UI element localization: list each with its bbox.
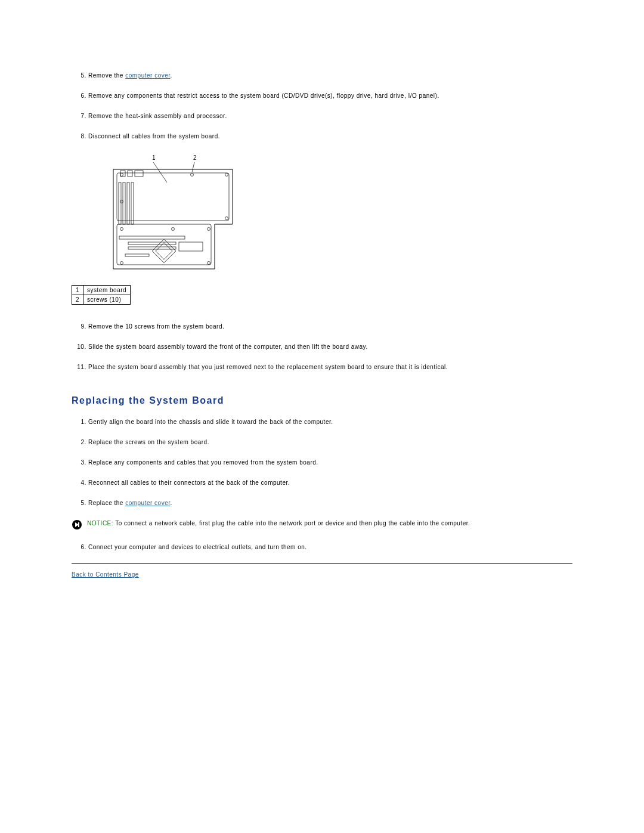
back-to-contents-link[interactable]: Back to Contents Page bbox=[72, 571, 139, 578]
section-heading: Replacing the System Board bbox=[72, 395, 572, 406]
step-text: . bbox=[171, 72, 172, 79]
section-divider bbox=[72, 563, 572, 564]
diagram-label-1: 1 bbox=[152, 154, 156, 161]
svg-line-0 bbox=[153, 162, 167, 182]
legend-num: 1 bbox=[72, 286, 83, 295]
legend-label: screws (10) bbox=[83, 295, 131, 305]
step-item: Slide the system board assembly toward t… bbox=[88, 343, 572, 351]
notice-body: To connect a network cable, first plug t… bbox=[113, 520, 470, 527]
svg-rect-17 bbox=[119, 182, 121, 224]
svg-rect-21 bbox=[119, 236, 185, 239]
diagram-label-2: 2 bbox=[193, 154, 197, 161]
step-item: Remove the heat-sink assembly and proces… bbox=[88, 112, 572, 120]
legend-label: system board bbox=[83, 286, 131, 295]
svg-rect-24 bbox=[125, 254, 149, 256]
svg-rect-16 bbox=[135, 171, 143, 176]
legend-num: 2 bbox=[72, 295, 83, 305]
notice-icon bbox=[72, 519, 82, 531]
svg-rect-27 bbox=[179, 242, 203, 251]
legend-row: 1 system board bbox=[72, 286, 131, 295]
svg-point-10 bbox=[120, 262, 123, 265]
step-item: Remove the 10 screws from the system boa… bbox=[88, 323, 572, 331]
step-item: Replace any components and cables that y… bbox=[88, 459, 572, 467]
step-text: . bbox=[171, 500, 172, 506]
notice-label: NOTICE: bbox=[87, 520, 113, 527]
svg-rect-18 bbox=[123, 182, 125, 224]
svg-point-13 bbox=[172, 228, 175, 231]
step-item: Reconnect all cables to their connectors… bbox=[88, 479, 572, 487]
inline-link[interactable]: computer cover bbox=[125, 72, 170, 79]
svg-point-5 bbox=[191, 174, 194, 176]
svg-point-8 bbox=[208, 228, 210, 231]
svg-rect-19 bbox=[127, 182, 129, 224]
step-item: Replace the computer cover. bbox=[88, 499, 572, 507]
notice-row: NOTICE: To connect a network cable, firs… bbox=[72, 519, 572, 531]
step-item: Place the system board assembly that you… bbox=[88, 363, 572, 371]
inline-link[interactable]: computer cover bbox=[125, 500, 170, 506]
notice-text: NOTICE: To connect a network cable, firs… bbox=[87, 519, 470, 528]
motherboard-svg: 1 2 bbox=[107, 153, 250, 272]
steps-list-2: Remove the 10 screws from the system boa… bbox=[72, 323, 572, 371]
steps-list-3: Gently align the board into the chassis … bbox=[72, 418, 572, 507]
legend-row: 2 screws (10) bbox=[72, 295, 131, 305]
svg-rect-15 bbox=[128, 171, 132, 176]
step-item: Disconnect all cables from the system bo… bbox=[88, 132, 572, 141]
step-item: Replace the screws on the system board. bbox=[88, 438, 572, 447]
step-text: Replace the bbox=[88, 500, 125, 506]
step-item: Connect your computer and devices to ele… bbox=[88, 543, 572, 552]
svg-point-9 bbox=[208, 262, 210, 265]
svg-line-1 bbox=[192, 162, 194, 172]
svg-point-7 bbox=[225, 217, 228, 220]
svg-point-6 bbox=[225, 174, 228, 176]
step-item: Remove the computer cover. bbox=[88, 72, 572, 80]
svg-rect-20 bbox=[131, 182, 134, 224]
document-page: Remove the computer cover.Remove any com… bbox=[0, 0, 644, 578]
system-board-diagram: 1 2 bbox=[107, 153, 572, 273]
step-item: Remove any components that restrict acce… bbox=[88, 92, 572, 100]
diagram-legend-table: 1 system board 2 screws (10) bbox=[72, 285, 131, 305]
step-item: Gently align the board into the chassis … bbox=[88, 418, 572, 426]
steps-list-4: Connect your computer and devices to ele… bbox=[72, 543, 572, 552]
step-text: Remove the bbox=[88, 72, 125, 79]
svg-point-11 bbox=[120, 228, 123, 231]
svg-rect-29 bbox=[78, 522, 79, 527]
steps-list-1: Remove the computer cover.Remove any com… bbox=[72, 72, 572, 141]
